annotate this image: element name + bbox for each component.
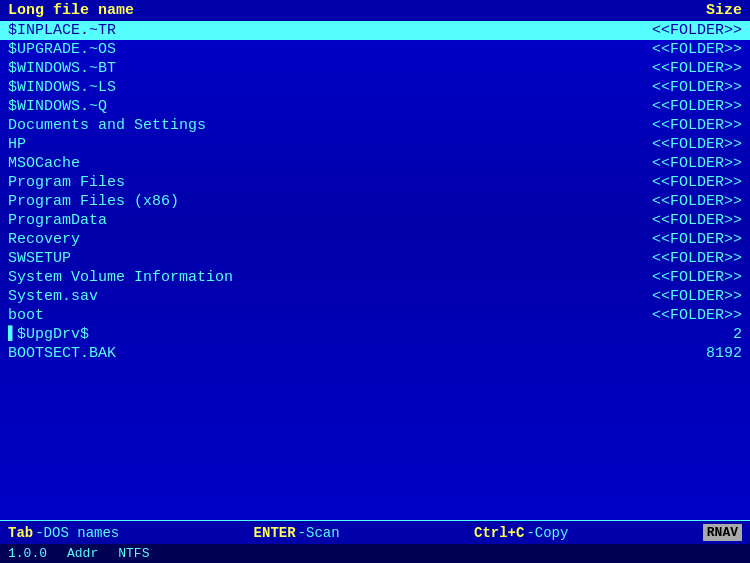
table-row[interactable]: SWSETUP<<FOLDER>>: [0, 249, 750, 268]
ctrl-shortcut: Ctrl+C -Copy: [474, 525, 568, 541]
file-size: <<FOLDER>>: [622, 22, 742, 39]
table-row[interactable]: MSOCache<<FOLDER>>: [0, 154, 750, 173]
version-info: 1.0.0: [8, 546, 47, 561]
tab-desc: -DOS names: [35, 525, 119, 541]
file-size: <<FOLDER>>: [622, 117, 742, 134]
file-name: Program Files (x86): [8, 193, 602, 210]
enter-key: ENTER: [254, 525, 296, 541]
file-size: <<FOLDER>>: [622, 269, 742, 286]
file-name: Recovery: [8, 231, 602, 248]
file-size: 8192: [622, 345, 742, 362]
rnav-badge: RNAV: [703, 524, 742, 541]
file-name: Documents and Settings: [8, 117, 602, 134]
file-size: <<FOLDER>>: [622, 136, 742, 153]
addr-label: Addr: [67, 546, 98, 561]
file-size: <<FOLDER>>: [622, 98, 742, 115]
file-list: $INPLACE.~TR<<FOLDER>>$UPGRADE.~OS<<FOLD…: [0, 21, 750, 520]
footer-row: Tab -DOS names ENTER -Scan Ctrl+C -Copy …: [0, 520, 750, 544]
table-row[interactable]: $WINDOWS.~Q<<FOLDER>>: [0, 97, 750, 116]
file-size: <<FOLDER>>: [622, 193, 742, 210]
file-name: MSOCache: [8, 155, 602, 172]
file-name: System Volume Information: [8, 269, 602, 286]
enter-desc: -Scan: [298, 525, 340, 541]
ctrl-key: Ctrl+C: [474, 525, 524, 541]
file-name: $WINDOWS.~LS: [8, 79, 602, 96]
file-size: <<FOLDER>>: [622, 41, 742, 58]
screen: Long file name Size $INPLACE.~TR<<FOLDER…: [0, 0, 750, 563]
file-name: HP: [8, 136, 602, 153]
table-row[interactable]: $WINDOWS.~BT<<FOLDER>>: [0, 59, 750, 78]
file-name: Program Files: [8, 174, 602, 191]
ctrl-desc: -Copy: [526, 525, 568, 541]
table-row[interactable]: $WINDOWS.~LS<<FOLDER>>: [0, 78, 750, 97]
table-row[interactable]: boot<<FOLDER>>: [0, 306, 750, 325]
file-size: <<FOLDER>>: [622, 250, 742, 267]
file-name: boot: [8, 307, 602, 324]
tab-key: Tab: [8, 525, 33, 541]
table-row[interactable]: ProgramData<<FOLDER>>: [0, 211, 750, 230]
table-row[interactable]: $INPLACE.~TR<<FOLDER>>: [0, 21, 750, 40]
table-row[interactable]: Recovery<<FOLDER>>: [0, 230, 750, 249]
file-name: $WINDOWS.~Q: [8, 98, 602, 115]
status-bar: 1.0.0 Addr NTFS: [0, 544, 750, 563]
file-size: <<FOLDER>>: [622, 155, 742, 172]
tab-shortcut: Tab -DOS names: [8, 525, 119, 541]
file-size: <<FOLDER>>: [622, 307, 742, 324]
file-size: <<FOLDER>>: [622, 288, 742, 305]
fs-label: NTFS: [118, 546, 149, 561]
file-name: ProgramData: [8, 212, 602, 229]
file-name: $INPLACE.~TR: [8, 22, 602, 39]
file-size: 2: [622, 326, 742, 343]
table-row[interactable]: BOOTSECT.BAK8192: [0, 344, 750, 363]
file-name: $WINDOWS.~BT: [8, 60, 602, 77]
table-row[interactable]: System.sav<<FOLDER>>: [0, 287, 750, 306]
file-name: SWSETUP: [8, 250, 602, 267]
file-name: ▌$UpgDrv$: [8, 326, 602, 343]
table-row[interactable]: Documents and Settings<<FOLDER>>: [0, 116, 750, 135]
table-row[interactable]: Program Files<<FOLDER>>: [0, 173, 750, 192]
file-size: <<FOLDER>>: [622, 79, 742, 96]
table-row[interactable]: HP<<FOLDER>>: [0, 135, 750, 154]
file-name: BOOTSECT.BAK: [8, 345, 602, 362]
header-row: Long file name Size: [0, 0, 750, 21]
table-row[interactable]: Program Files (x86)<<FOLDER>>: [0, 192, 750, 211]
size-column-header: Size: [706, 2, 742, 19]
name-column-header: Long file name: [8, 2, 134, 19]
file-name: System.sav: [8, 288, 602, 305]
table-row[interactable]: $UPGRADE.~OS<<FOLDER>>: [0, 40, 750, 59]
file-size: <<FOLDER>>: [622, 174, 742, 191]
enter-shortcut: ENTER -Scan: [254, 525, 340, 541]
file-size: <<FOLDER>>: [622, 231, 742, 248]
file-size: <<FOLDER>>: [622, 60, 742, 77]
table-row[interactable]: ▌$UpgDrv$2: [0, 325, 750, 344]
table-row[interactable]: System Volume Information<<FOLDER>>: [0, 268, 750, 287]
file-size: <<FOLDER>>: [622, 212, 742, 229]
file-name: $UPGRADE.~OS: [8, 41, 602, 58]
